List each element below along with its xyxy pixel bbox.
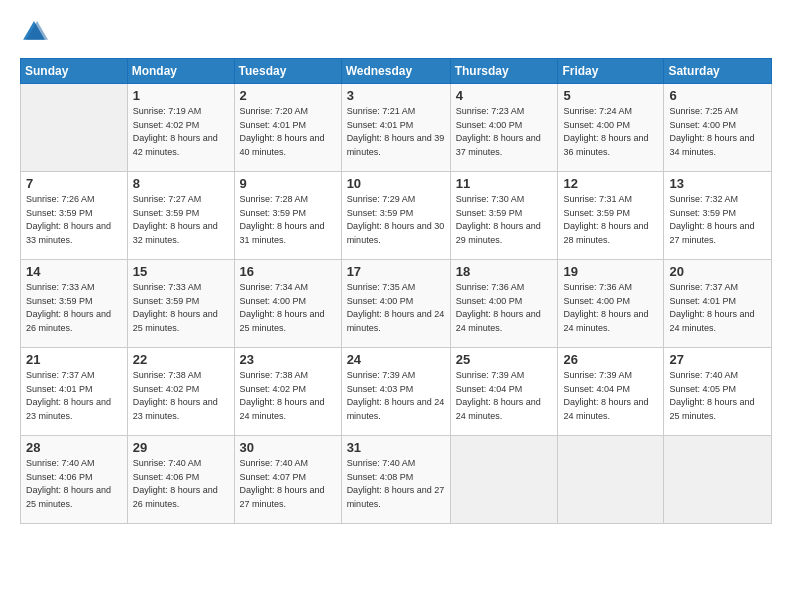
day-cell: 12Sunrise: 7:31 AMSunset: 3:59 PMDayligh…	[558, 172, 664, 260]
day-cell: 29Sunrise: 7:40 AMSunset: 4:06 PMDayligh…	[127, 436, 234, 524]
day-info: Sunrise: 7:20 AMSunset: 4:01 PMDaylight:…	[240, 105, 336, 159]
day-cell: 27Sunrise: 7:40 AMSunset: 4:05 PMDayligh…	[664, 348, 772, 436]
day-number: 14	[26, 264, 122, 279]
day-header-sunday: Sunday	[21, 59, 128, 84]
day-info: Sunrise: 7:24 AMSunset: 4:00 PMDaylight:…	[563, 105, 658, 159]
calendar: SundayMondayTuesdayWednesdayThursdayFrid…	[20, 58, 772, 524]
day-info: Sunrise: 7:36 AMSunset: 4:00 PMDaylight:…	[563, 281, 658, 335]
week-row-2: 7Sunrise: 7:26 AMSunset: 3:59 PMDaylight…	[21, 172, 772, 260]
calendar-header: SundayMondayTuesdayWednesdayThursdayFrid…	[21, 59, 772, 84]
day-number: 1	[133, 88, 229, 103]
day-cell: 1Sunrise: 7:19 AMSunset: 4:02 PMDaylight…	[127, 84, 234, 172]
day-info: Sunrise: 7:33 AMSunset: 3:59 PMDaylight:…	[133, 281, 229, 335]
day-info: Sunrise: 7:27 AMSunset: 3:59 PMDaylight:…	[133, 193, 229, 247]
day-info: Sunrise: 7:40 AMSunset: 4:07 PMDaylight:…	[240, 457, 336, 511]
day-info: Sunrise: 7:34 AMSunset: 4:00 PMDaylight:…	[240, 281, 336, 335]
day-number: 2	[240, 88, 336, 103]
day-info: Sunrise: 7:28 AMSunset: 3:59 PMDaylight:…	[240, 193, 336, 247]
week-row-1: 1Sunrise: 7:19 AMSunset: 4:02 PMDaylight…	[21, 84, 772, 172]
day-info: Sunrise: 7:39 AMSunset: 4:03 PMDaylight:…	[347, 369, 445, 423]
day-info: Sunrise: 7:40 AMSunset: 4:08 PMDaylight:…	[347, 457, 445, 511]
day-cell	[558, 436, 664, 524]
day-info: Sunrise: 7:38 AMSunset: 4:02 PMDaylight:…	[133, 369, 229, 423]
day-cell: 28Sunrise: 7:40 AMSunset: 4:06 PMDayligh…	[21, 436, 128, 524]
day-info: Sunrise: 7:31 AMSunset: 3:59 PMDaylight:…	[563, 193, 658, 247]
day-number: 31	[347, 440, 445, 455]
day-number: 11	[456, 176, 553, 191]
day-cell: 11Sunrise: 7:30 AMSunset: 3:59 PMDayligh…	[450, 172, 558, 260]
day-cell: 10Sunrise: 7:29 AMSunset: 3:59 PMDayligh…	[341, 172, 450, 260]
day-info: Sunrise: 7:35 AMSunset: 4:00 PMDaylight:…	[347, 281, 445, 335]
day-header-monday: Monday	[127, 59, 234, 84]
day-info: Sunrise: 7:40 AMSunset: 4:06 PMDaylight:…	[26, 457, 122, 511]
day-header-thursday: Thursday	[450, 59, 558, 84]
day-header-friday: Friday	[558, 59, 664, 84]
day-cell: 26Sunrise: 7:39 AMSunset: 4:04 PMDayligh…	[558, 348, 664, 436]
logo-icon	[20, 18, 48, 46]
day-number: 16	[240, 264, 336, 279]
day-cell: 18Sunrise: 7:36 AMSunset: 4:00 PMDayligh…	[450, 260, 558, 348]
day-info: Sunrise: 7:32 AMSunset: 3:59 PMDaylight:…	[669, 193, 766, 247]
day-number: 21	[26, 352, 122, 367]
day-cell: 24Sunrise: 7:39 AMSunset: 4:03 PMDayligh…	[341, 348, 450, 436]
day-header-wednesday: Wednesday	[341, 59, 450, 84]
day-cell: 7Sunrise: 7:26 AMSunset: 3:59 PMDaylight…	[21, 172, 128, 260]
day-number: 25	[456, 352, 553, 367]
day-number: 10	[347, 176, 445, 191]
day-number: 30	[240, 440, 336, 455]
day-cell: 14Sunrise: 7:33 AMSunset: 3:59 PMDayligh…	[21, 260, 128, 348]
day-number: 17	[347, 264, 445, 279]
day-cell: 3Sunrise: 7:21 AMSunset: 4:01 PMDaylight…	[341, 84, 450, 172]
day-cell: 20Sunrise: 7:37 AMSunset: 4:01 PMDayligh…	[664, 260, 772, 348]
day-cell: 6Sunrise: 7:25 AMSunset: 4:00 PMDaylight…	[664, 84, 772, 172]
day-number: 26	[563, 352, 658, 367]
week-row-4: 21Sunrise: 7:37 AMSunset: 4:01 PMDayligh…	[21, 348, 772, 436]
logo	[20, 18, 52, 46]
day-cell: 25Sunrise: 7:39 AMSunset: 4:04 PMDayligh…	[450, 348, 558, 436]
day-cell: 8Sunrise: 7:27 AMSunset: 3:59 PMDaylight…	[127, 172, 234, 260]
day-number: 20	[669, 264, 766, 279]
day-cell: 23Sunrise: 7:38 AMSunset: 4:02 PMDayligh…	[234, 348, 341, 436]
day-cell: 4Sunrise: 7:23 AMSunset: 4:00 PMDaylight…	[450, 84, 558, 172]
day-number: 19	[563, 264, 658, 279]
day-cell: 9Sunrise: 7:28 AMSunset: 3:59 PMDaylight…	[234, 172, 341, 260]
day-info: Sunrise: 7:30 AMSunset: 3:59 PMDaylight:…	[456, 193, 553, 247]
day-info: Sunrise: 7:37 AMSunset: 4:01 PMDaylight:…	[26, 369, 122, 423]
day-cell	[664, 436, 772, 524]
day-number: 28	[26, 440, 122, 455]
day-number: 13	[669, 176, 766, 191]
day-cell: 21Sunrise: 7:37 AMSunset: 4:01 PMDayligh…	[21, 348, 128, 436]
day-info: Sunrise: 7:26 AMSunset: 3:59 PMDaylight:…	[26, 193, 122, 247]
day-cell: 2Sunrise: 7:20 AMSunset: 4:01 PMDaylight…	[234, 84, 341, 172]
day-cell	[21, 84, 128, 172]
day-info: Sunrise: 7:21 AMSunset: 4:01 PMDaylight:…	[347, 105, 445, 159]
week-row-3: 14Sunrise: 7:33 AMSunset: 3:59 PMDayligh…	[21, 260, 772, 348]
day-info: Sunrise: 7:39 AMSunset: 4:04 PMDaylight:…	[456, 369, 553, 423]
day-cell: 30Sunrise: 7:40 AMSunset: 4:07 PMDayligh…	[234, 436, 341, 524]
day-cell: 17Sunrise: 7:35 AMSunset: 4:00 PMDayligh…	[341, 260, 450, 348]
day-number: 23	[240, 352, 336, 367]
day-number: 27	[669, 352, 766, 367]
day-cell: 15Sunrise: 7:33 AMSunset: 3:59 PMDayligh…	[127, 260, 234, 348]
day-cell: 22Sunrise: 7:38 AMSunset: 4:02 PMDayligh…	[127, 348, 234, 436]
day-info: Sunrise: 7:29 AMSunset: 3:59 PMDaylight:…	[347, 193, 445, 247]
day-number: 29	[133, 440, 229, 455]
day-info: Sunrise: 7:25 AMSunset: 4:00 PMDaylight:…	[669, 105, 766, 159]
day-number: 3	[347, 88, 445, 103]
day-info: Sunrise: 7:33 AMSunset: 3:59 PMDaylight:…	[26, 281, 122, 335]
header	[20, 18, 772, 46]
page: SundayMondayTuesdayWednesdayThursdayFrid…	[0, 0, 792, 612]
day-header-tuesday: Tuesday	[234, 59, 341, 84]
day-info: Sunrise: 7:38 AMSunset: 4:02 PMDaylight:…	[240, 369, 336, 423]
day-info: Sunrise: 7:40 AMSunset: 4:05 PMDaylight:…	[669, 369, 766, 423]
day-number: 9	[240, 176, 336, 191]
day-cell	[450, 436, 558, 524]
day-info: Sunrise: 7:36 AMSunset: 4:00 PMDaylight:…	[456, 281, 553, 335]
day-info: Sunrise: 7:39 AMSunset: 4:04 PMDaylight:…	[563, 369, 658, 423]
week-row-5: 28Sunrise: 7:40 AMSunset: 4:06 PMDayligh…	[21, 436, 772, 524]
day-number: 6	[669, 88, 766, 103]
day-number: 24	[347, 352, 445, 367]
day-number: 7	[26, 176, 122, 191]
day-info: Sunrise: 7:23 AMSunset: 4:00 PMDaylight:…	[456, 105, 553, 159]
day-info: Sunrise: 7:40 AMSunset: 4:06 PMDaylight:…	[133, 457, 229, 511]
